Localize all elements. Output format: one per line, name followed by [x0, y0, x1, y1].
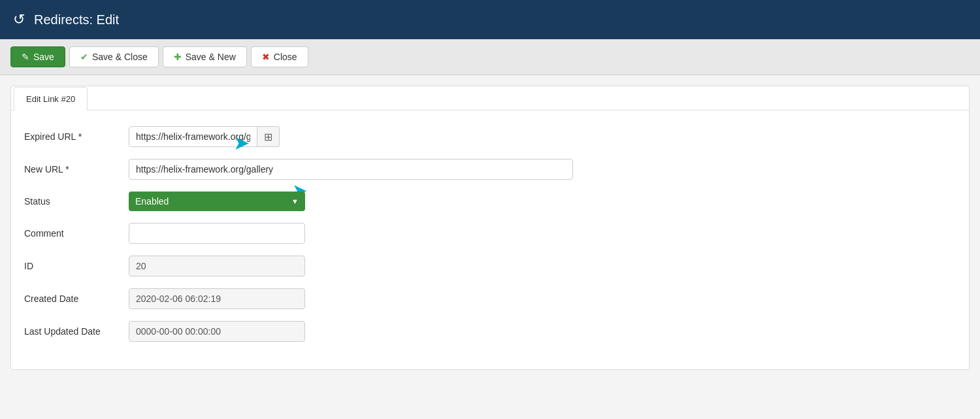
comment-input[interactable]: [129, 223, 305, 244]
created-date-label: Created Date: [24, 293, 129, 304]
page-title: Redirects: Edit: [34, 12, 119, 27]
save-close-button[interactable]: ✔ Save & Close: [69, 46, 159, 67]
save-new-button[interactable]: ✚ Save & New: [163, 46, 247, 67]
comment-label: Comment: [24, 228, 129, 239]
close-button[interactable]: ✖ Close: [251, 46, 308, 67]
last-updated-label: Last Updated Date: [24, 326, 129, 337]
status-select[interactable]: Enabled Disabled: [129, 192, 305, 211]
status-row: Status Enabled Disabled: [24, 192, 956, 211]
refresh-icon: ↺: [13, 11, 25, 28]
expired-url-label: Expired URL *: [24, 131, 129, 142]
form-body: Expired URL * ⊞ ➤ New URL * ➤: [11, 110, 969, 369]
save-button[interactable]: ✎ Save: [10, 46, 65, 67]
created-date-row: Created Date: [24, 288, 956, 309]
expired-url-picker-button[interactable]: ⊞: [257, 126, 280, 147]
expired-url-row: Expired URL * ⊞ ➤: [24, 126, 956, 147]
id-row: ID: [24, 256, 956, 277]
new-url-row: New URL * ➤: [24, 159, 956, 180]
status-label: Status: [24, 196, 129, 207]
main-content: Edit Link #20 Expired URL * ⊞ ➤ New URL …: [10, 86, 970, 370]
new-url-input-wrap: ➤: [129, 159, 573, 180]
new-url-label: New URL *: [24, 164, 129, 175]
last-updated-row: Last Updated Date: [24, 321, 956, 342]
plus-icon: ✚: [174, 52, 182, 62]
page-header: ↺ Redirects: Edit: [0, 0, 980, 39]
id-input: [129, 256, 305, 277]
last-updated-input: [129, 321, 305, 342]
status-select-wrap: Enabled Disabled: [129, 192, 305, 211]
expired-url-input-wrap: ⊞: [129, 126, 280, 147]
toolbar: ✎ Save ✔ Save & Close ✚ Save & New ✖ Clo…: [0, 39, 980, 75]
close-icon: ✖: [262, 52, 270, 62]
save-icon: ✎: [22, 52, 29, 62]
id-label: ID: [24, 261, 129, 271]
tab-bar: Edit Link #20: [11, 86, 969, 110]
grid-icon: ⊞: [264, 131, 272, 143]
new-url-input[interactable]: [129, 159, 573, 180]
check-icon: ✔: [80, 52, 88, 62]
expired-url-input[interactable]: [129, 126, 257, 147]
tab-edit-link[interactable]: Edit Link #20: [14, 87, 88, 110]
created-date-input: [129, 288, 305, 309]
comment-row: Comment: [24, 223, 956, 244]
